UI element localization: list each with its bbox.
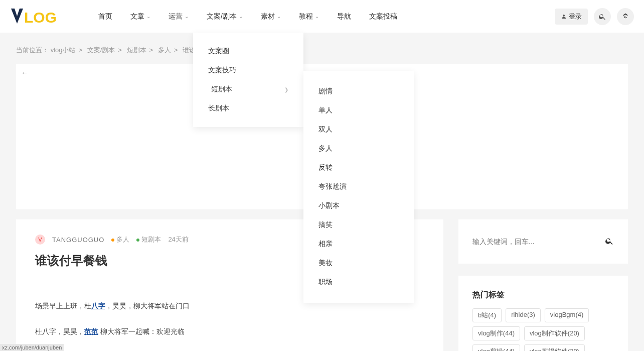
nav-submit[interactable]: 文案投稿 [360, 0, 406, 33]
dd-sub-juqing[interactable]: 剧情 [303, 82, 414, 101]
back-arrow[interactable]: ← [21, 69, 28, 77]
dd-sub-zhichang[interactable]: 职场 [303, 273, 414, 292]
nav-copy[interactable]: 文案/剧本⌄ [198, 0, 252, 33]
category-link[interactable]: 多人 [111, 235, 129, 244]
search-widget [458, 219, 628, 264]
author-avatar[interactable]: V [35, 235, 45, 245]
breadcrumb-label: 当前位置： [16, 46, 49, 54]
breadcrumb: 当前位置： vlog小站> 文案/剧本> 短剧本> 多人> 谁该付早… [16, 33, 628, 64]
nav-operate[interactable]: 运营⌄ [159, 0, 198, 33]
tag-link[interactable]: vlog制作软件(20) [524, 326, 585, 340]
dd-label: 小剧本 [318, 201, 340, 210]
chevron-down-icon: ⌄ [146, 0, 150, 33]
tags-widget: 热门标签 b站(4) rihide(3) vlogBgm(4) vlog制作(4… [458, 276, 628, 351]
nav-material[interactable]: 素材⌄ [252, 0, 290, 33]
nav-label: 素材 [261, 0, 275, 33]
sidebar-search-button[interactable] [605, 237, 614, 247]
brightness-icon [621, 13, 629, 21]
dd-sub-gaoxiao[interactable]: 搞笑 [303, 215, 414, 235]
login-label: 登录 [569, 12, 582, 21]
dd-label: 夸张尬演 [318, 182, 347, 191]
nav-label: 教程 [299, 0, 313, 33]
nav-label: 首页 [98, 0, 112, 33]
search-button[interactable] [594, 8, 611, 25]
paragraph: 杜八字，昊昊，范范 柳大将军一起喊：欢迎光临 [35, 324, 424, 339]
category-link[interactable]: 短剧本 [136, 235, 161, 244]
article-body: 场景早上上班，杜八字，昊昊，柳大将军站在门口 杜八字，昊昊，范范 柳大将军一起喊… [35, 299, 424, 351]
dd-label: 双人 [318, 125, 333, 134]
tag-link[interactable]: vlogBgm(4) [545, 308, 589, 322]
status-bar-url: xz.com/juben/duanjuben [0, 344, 64, 351]
author-name[interactable]: TANGGUOGUO [52, 236, 104, 244]
dd-label: 剧情 [318, 87, 333, 96]
search-icon [598, 13, 606, 21]
svg-text:LOG: LOG [24, 9, 57, 26]
nav-label: 导航 [337, 0, 351, 33]
tag-link[interactable]: b站(4) [472, 308, 502, 322]
site-logo[interactable]: LOG [10, 7, 69, 27]
tag-link[interactable]: rihide(3) [506, 308, 541, 322]
chevron-down-icon: ⌄ [239, 0, 243, 33]
tags-heading: 热门标签 [472, 290, 614, 300]
post-date: 24天前 [168, 235, 188, 244]
dd-sub-duoren[interactable]: 多人 [303, 139, 414, 158]
dd-sub-xiangqin[interactable]: 相亲 [303, 235, 414, 254]
chevron-right-icon: ❯ [284, 87, 288, 92]
nav-home[interactable]: 首页 [89, 0, 121, 33]
dd-label: 短剧本 [211, 85, 232, 94]
tag-link[interactable]: vlog剪辑(44) [472, 344, 520, 351]
dd-label: 职场 [318, 278, 333, 287]
dd-label: 文案技巧 [208, 66, 236, 75]
chevron-down-icon: ⌄ [185, 0, 189, 33]
keyword-link[interactable]: 八字 [91, 302, 105, 310]
nav-label: 文章 [130, 0, 144, 33]
dd-item-wenanjiqiao[interactable]: 文案技巧 [193, 61, 303, 80]
dd-label: 搞笑 [318, 220, 333, 229]
dd-label: 文案圈 [208, 47, 229, 56]
search-input[interactable] [472, 233, 605, 250]
dd-sub-fanzhuan[interactable]: 反转 [303, 158, 414, 177]
keyword-link[interactable]: 范范 [84, 327, 98, 335]
dd-item-changjuben[interactable]: 长剧本 [193, 99, 303, 118]
search-icon [605, 237, 614, 246]
dd-sub-danren[interactable]: 单人 [303, 101, 414, 120]
dd-item-duanjuben[interactable]: 短剧本❯ [193, 80, 303, 99]
dd-label: 单人 [318, 106, 333, 115]
dd-label: 反转 [318, 163, 333, 172]
breadcrumb-part[interactable]: 文案/剧本 [87, 46, 115, 54]
breadcrumb-part[interactable]: vlog小站 [51, 46, 76, 54]
login-button[interactable]: 登录 [555, 9, 588, 25]
nav-label: 运营 [169, 0, 183, 33]
dd-item-wenanquan[interactable]: 文案圈 [193, 42, 303, 61]
dd-label: 美妆 [318, 259, 333, 268]
dd-sub-kuazhang[interactable]: 夸张尬演 [303, 177, 414, 196]
dd-sub-shuangren[interactable]: 双人 [303, 120, 414, 139]
theme-button[interactable] [617, 8, 634, 25]
tag-link[interactable]: vlog剪辑软件(20) [524, 344, 585, 351]
dd-label: 相亲 [318, 240, 333, 249]
tag-link[interactable]: vlog制作(44) [472, 326, 520, 340]
dd-label: 长剧本 [208, 104, 229, 113]
nav-navigation[interactable]: 导航 [328, 0, 360, 33]
dropdown-copy: 文案圈 文案技巧 短剧本❯ 长剧本 [193, 33, 303, 127]
nav-tutorial[interactable]: 教程⌄ [290, 0, 328, 33]
dd-sub-xiaojuben[interactable]: 小剧本 [303, 196, 414, 215]
breadcrumb-part[interactable]: 多人 [158, 46, 171, 54]
nav-label: 文案投稿 [369, 0, 397, 33]
chevron-down-icon: ⌄ [277, 0, 281, 33]
chevron-down-icon: ⌄ [315, 0, 319, 33]
main-nav: 首页 文章⌄ 运营⌄ 文案/剧本⌄ 素材⌄ 教程⌄ 导航 文案投稿 [89, 0, 406, 33]
user-icon [561, 14, 567, 20]
breadcrumb-part[interactable]: 短剧本 [127, 46, 146, 54]
nav-label: 文案/剧本 [207, 0, 237, 33]
nav-articles[interactable]: 文章⌄ [121, 0, 159, 33]
dd-label: 多人 [318, 144, 333, 153]
dropdown-duanjuben-sub: 剧情 单人 双人 多人 反转 夸张尬演 小剧本 搞笑 相亲 美妆 职场 [303, 71, 414, 303]
dd-sub-meizhuang[interactable]: 美妆 [303, 254, 414, 273]
